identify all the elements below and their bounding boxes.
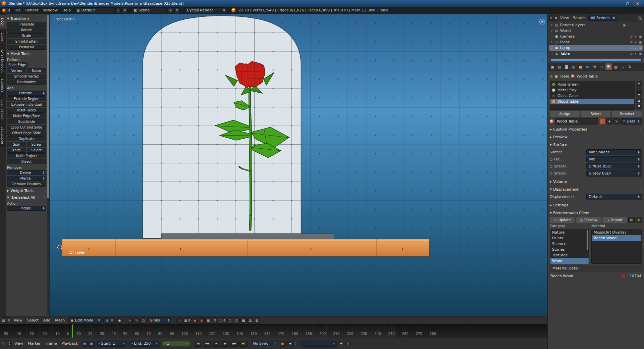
selectability-pointer-icon[interactable]: ▸	[635, 52, 637, 55]
expand-icon[interactable]	[551, 41, 552, 43]
tab-render[interactable]: ▣	[549, 63, 556, 70]
tab-data[interactable]: ▽	[598, 63, 605, 70]
viewport-menu-item[interactable]: Select	[25, 318, 41, 322]
render-toggle-icon[interactable]: ▣	[623, 23, 642, 27]
blendermada-action-button[interactable]: ↻ Update	[550, 217, 575, 223]
auto-keyframe-record-icon[interactable]: ●	[280, 341, 286, 347]
toolshelf-tab[interactable]: Tools	[0, 15, 6, 29]
tool-button[interactable]: Shrink/Fatten	[7, 39, 46, 44]
outliner-item[interactable]: ◉ Lamp ⊙ ▸ ▣	[549, 45, 643, 51]
shader-selector[interactable]: Mix	[586, 156, 642, 162]
category-item[interactable]: Nature	[550, 230, 589, 235]
grease-grid-icon[interactable]: ▩	[240, 317, 247, 323]
pivot-selector[interactable]: ◎	[103, 317, 115, 323]
viewport-menu-item[interactable]: Mesh	[53, 318, 67, 322]
tool-button[interactable]: Rotate	[7, 28, 46, 33]
toolshelf-tab[interactable]: Options	[0, 76, 6, 95]
fake-user-button[interactable]: F	[599, 118, 605, 124]
outliner-item[interactable]: ◎ World	[549, 28, 643, 34]
tool-button[interactable]: Offset Edge Slide	[7, 131, 46, 136]
tab-world[interactable]: ◎	[570, 63, 577, 70]
tool-button[interactable]: Vertex	[7, 68, 26, 73]
tool-button[interactable]: Make Edge/Face	[7, 113, 46, 118]
tab-object[interactable]: ■	[577, 63, 584, 70]
proportional-edit-icon[interactable]: ○	[219, 317, 226, 323]
timeline-ruler[interactable]: -50-40-30-20-100102030405060708090100110…	[0, 324, 547, 338]
close-button[interactable]: ×	[633, 1, 642, 6]
preview-range-icon[interactable]: ◉	[82, 341, 88, 347]
add-slot-button[interactable]: +	[636, 81, 642, 86]
edit-overlay-icon[interactable]: ▨	[254, 317, 260, 323]
deselect-all-panel-header[interactable]: ▼ (De)select All ⋮⋮	[7, 194, 46, 200]
maximize-button[interactable]: ▢	[623, 1, 632, 6]
texture-shade-icon[interactable]: ●	[192, 317, 198, 323]
render-engine-selector[interactable]: Cycles Render	[184, 7, 227, 13]
bm-settings-button[interactable]: ⚙	[628, 217, 635, 223]
selectability-pointer-icon[interactable]: ▸	[635, 46, 637, 50]
prev-keyframe-button[interactable]: ◀◀	[203, 341, 211, 347]
panel-grip-icon[interactable]: ⋮⋮	[637, 180, 642, 183]
category-item[interactable]: Stones	[550, 247, 589, 252]
timeline-menu-item[interactable]: View	[12, 341, 25, 346]
tool-button[interactable]: Delete	[7, 170, 46, 175]
tool-button[interactable]: Extrude Individual	[7, 102, 46, 107]
material-slot[interactable]: Rose Green	[550, 82, 634, 87]
expand-icon[interactable]	[551, 53, 552, 54]
custom-properties-panel-header[interactable]: ▶ Custom Properties ⋮⋮	[550, 126, 642, 132]
viewport-canvas[interactable]	[50, 14, 547, 316]
tool-button[interactable]: Scale	[7, 33, 46, 38]
panel-grip-icon[interactable]: ⋮⋮	[637, 128, 642, 131]
visibility-eye-icon[interactable]: ⊙	[630, 41, 633, 44]
slot-action-button[interactable]: Assign	[550, 111, 580, 117]
scene-selector[interactable]: ◙ Scene	[131, 7, 166, 13]
outliner-item[interactable]: ▣ Camera ⊙ ▸ ▣	[549, 34, 643, 39]
blendermada-action-button[interactable]: ↓ Import	[602, 217, 627, 223]
category-item[interactable]: Textures	[550, 252, 589, 258]
tool-button[interactable]: Smooth Vertex	[7, 74, 46, 79]
slot-specials-button[interactable]: ▾	[636, 92, 642, 97]
orientation-selector[interactable]: Global	[147, 317, 172, 323]
editor-type-button[interactable]: ◷	[2, 341, 11, 346]
toolshelf-tab[interactable]: Grease Pencil	[0, 95, 6, 123]
open-panel-button[interactable]: +	[539, 19, 545, 24]
tool-button[interactable]: Loop Cut and Slide	[7, 125, 46, 130]
blendermada-action-button[interactable]: ▤ Preview	[576, 217, 601, 223]
shader-selector[interactable]: Glossy BSDF	[586, 170, 642, 177]
tool-button[interactable]: Subdivide	[7, 119, 46, 124]
material-item[interactable]: Moss/Dirt Overlay	[592, 230, 641, 235]
screen-layout-selector[interactable]: ▦ Default	[74, 7, 114, 13]
displacement-selector[interactable]: Default	[586, 194, 642, 200]
jump-start-button[interactable]: |◀	[194, 341, 202, 347]
material-slot[interactable]: Glass Case	[550, 93, 634, 99]
editor-type-button[interactable]	[2, 7, 11, 13]
mode-selector[interactable]: ▣ Edit Mode	[68, 317, 102, 323]
snap-magnet-icon[interactable]: ∩	[176, 317, 182, 323]
insert-keyframe-button[interactable]: +	[339, 341, 344, 346]
tool-button[interactable]: Inset Faces	[7, 108, 46, 113]
editor-type-button[interactable]: ▦	[2, 317, 10, 323]
pin-icon[interactable]: ⊙	[550, 74, 552, 78]
add-scene-button[interactable]: +	[168, 7, 173, 13]
info-menu-item[interactable]: Help	[60, 8, 73, 12]
transform-panel-header[interactable]: ▼ Transform ⋮⋮	[7, 15, 46, 21]
outliner-menu-item[interactable]: Search	[571, 16, 588, 20]
panel-grip-icon[interactable]: ⋮⋮	[41, 189, 46, 192]
tool-button[interactable]: Randomize	[7, 80, 46, 85]
toolshelf-tab[interactable]: Create	[0, 30, 6, 46]
tab-texture[interactable]: ▦	[612, 63, 619, 70]
mesh-tools-panel-header[interactable]: ▼ Mesh Tools ⋮⋮	[7, 51, 46, 57]
panel-grip-icon[interactable]: ⋮⋮	[41, 196, 46, 199]
category-item[interactable]: Science	[550, 241, 589, 247]
pivot-align-icon[interactable]: ◉	[116, 317, 122, 323]
volume-panel-header[interactable]: ▶ Volume ⋮⋮	[550, 179, 642, 185]
expand-icon[interactable]	[551, 36, 552, 37]
visibility-eye-icon[interactable]: ⊙	[630, 46, 633, 50]
tool-button[interactable]: Screw	[27, 142, 46, 147]
panel-grip-icon[interactable]: ⋮⋮	[637, 204, 642, 207]
end-frame-field[interactable]: ◂ End: 250 ▸	[129, 341, 160, 347]
tool-button[interactable]: Merge	[7, 176, 46, 181]
info-menu-item[interactable]: Render	[23, 8, 41, 12]
film-strip-icon[interactable]: ▤	[247, 317, 253, 323]
renderability-camera-icon[interactable]: ▣	[639, 52, 642, 55]
tool-button[interactable]: Knife	[7, 148, 26, 153]
